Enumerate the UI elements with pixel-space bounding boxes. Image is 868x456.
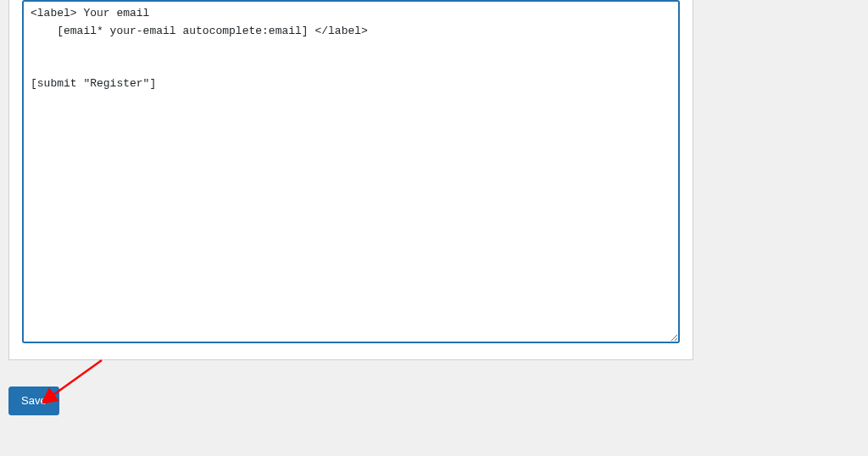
form-template-textarea[interactable]	[22, 0, 680, 343]
form-editor-panel	[8, 0, 693, 360]
save-button[interactable]: Save	[8, 386, 59, 415]
